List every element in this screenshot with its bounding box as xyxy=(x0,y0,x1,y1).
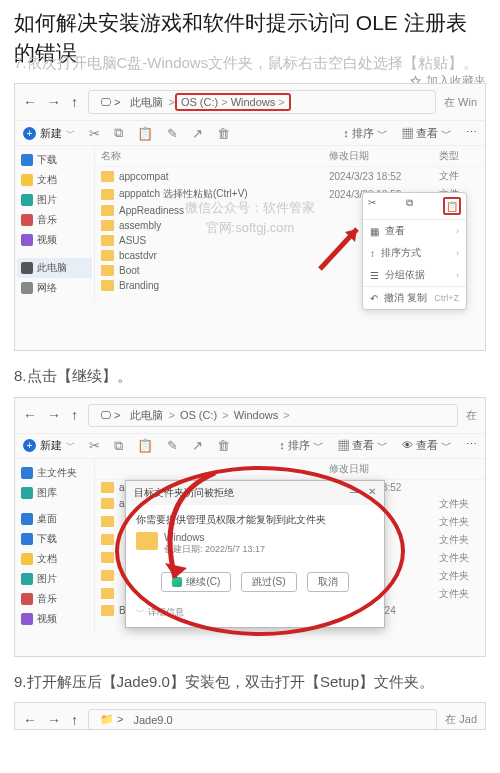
detail-toggle[interactable]: ﹀ 详细信息 xyxy=(126,602,384,627)
see-dropdown[interactable]: 👁 查看 ﹀ xyxy=(402,438,452,453)
screenshot-jade: ←→↑ 📁 >Jade9.0 在 Jad xyxy=(14,702,486,730)
share-icon[interactable]: ↗ xyxy=(192,126,203,141)
context-menu: ✂ ⧉ 📋 ▦ 查看› ↕ 排序方式› ☰ 分组依据› ↶ 撤消 复制Ctrl+… xyxy=(362,192,467,310)
sidebar: 下载 文档 图片 音乐 视频 此电脑 网络 xyxy=(15,146,95,302)
forward-icon[interactable]: → xyxy=(47,407,61,423)
step-7-text: 7.依次打开电脑C盘-Windows文件夹，鼠标右击空白处选择【粘贴】。 xyxy=(0,46,500,80)
permission-dialog: 目标文件夹访问被拒绝— ✕ 你需要提供管理员权限才能复制到此文件夹 Window… xyxy=(125,480,385,628)
breadcrumb[interactable]: 🖵 > 此电脑> OS (C:)> Windows> xyxy=(88,404,458,427)
sidebar: 主文件夹 图库 桌面 下载 文档 图片 音乐 视频 xyxy=(15,459,95,633)
copy-icon[interactable]: ⧉ xyxy=(114,125,123,141)
step-9-text: 9.打开解压后【Jade9.0】安装包，双击打开【Setup】文件夹。 xyxy=(0,665,500,699)
continue-button[interactable]: 继续(C) xyxy=(161,572,231,592)
search-hint: 在 xyxy=(466,408,477,423)
table-row: appcompat2024/3/23 18:52文件 xyxy=(95,167,485,185)
sort-dropdown[interactable]: ↕ 排序 ﹀ xyxy=(343,126,388,141)
ctx-sort[interactable]: ↕ 排序方式› xyxy=(363,242,466,264)
ctx-view[interactable]: ▦ 查看› xyxy=(363,220,466,242)
forward-icon[interactable]: → xyxy=(47,94,61,110)
step-8-text: 8.点击【继续】。 xyxy=(0,359,500,393)
rename-icon[interactable]: ✎ xyxy=(167,126,178,141)
ctx-group[interactable]: ☰ 分组依据› xyxy=(363,264,466,286)
breadcrumb[interactable]: 🖵 > 此电脑> OS (C:) > Windows > xyxy=(88,90,436,114)
close-icon[interactable]: — ✕ xyxy=(350,486,376,500)
cut-icon[interactable]: ✂ xyxy=(89,126,100,141)
paste-icon[interactable]: 📋 xyxy=(137,126,153,141)
ctx-cut-icon[interactable]: ✂ xyxy=(368,197,376,215)
view-dropdown[interactable]: ▦ 查看 ﹀ xyxy=(402,126,452,141)
new-button[interactable]: +新建 ﹀ xyxy=(23,438,75,453)
folder-icon xyxy=(136,532,158,550)
screenshot-continue: ← → ↑ 🖵 > 此电脑> OS (C:)> Windows> 在 +新建 ﹀… xyxy=(14,397,486,657)
up-icon[interactable]: ↑ xyxy=(71,407,78,423)
cancel-button[interactable]: 取消 xyxy=(307,572,349,592)
back-icon[interactable]: ← xyxy=(23,407,37,423)
screenshot-paste: ← → ↑ 🖵 > 此电脑> OS (C:) > Windows > 在 Win… xyxy=(14,83,486,351)
sort-dropdown[interactable]: ↕ 排序 ﹀ xyxy=(279,438,324,453)
back-icon[interactable]: ← xyxy=(23,94,37,110)
up-icon[interactable]: ↑ xyxy=(71,94,78,110)
delete-icon[interactable]: 🗑 xyxy=(217,126,230,141)
ctx-paste-button[interactable]: 📋 xyxy=(443,197,461,215)
more-icon[interactable]: ⋯ xyxy=(466,126,477,141)
view-dropdown[interactable]: ▦ 查看 ﹀ xyxy=(338,438,388,453)
ctx-copy-icon[interactable]: ⧉ xyxy=(406,197,413,215)
new-button[interactable]: +新建 ﹀ xyxy=(23,126,75,141)
ctx-undo[interactable]: ↶ 撤消 复制Ctrl+Z xyxy=(363,286,466,309)
skip-button[interactable]: 跳过(S) xyxy=(241,572,296,592)
search-hint: 在 Win xyxy=(444,95,477,110)
dialog-message: 你需要提供管理员权限才能复制到此文件夹 xyxy=(136,513,374,527)
shield-icon xyxy=(172,577,182,587)
